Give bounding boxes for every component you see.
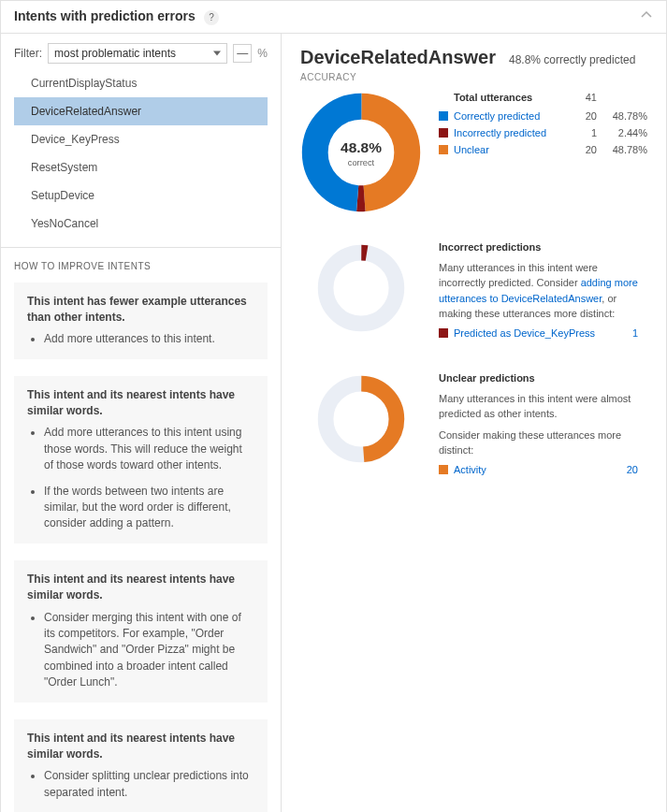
accuracy-label: ACCURACY — [300, 72, 647, 82]
panel-title: Intents with prediction errors — [14, 8, 196, 23]
stat-label[interactable]: Incorrectly predicted — [454, 127, 571, 138]
filter-row: Filter: most problematic intents — % — [14, 43, 268, 64]
intent-item[interactable]: SetupDevice — [14, 181, 268, 210]
howto-card-head: This intent and its nearest intents have… — [27, 731, 254, 763]
accuracy-donut: 48.8% correct — [300, 92, 422, 213]
stat-count: 20 — [571, 110, 597, 122]
incorrect-item: Predicted as Device_KeyPress1 — [439, 327, 647, 339]
stat-count: 1 — [571, 127, 597, 138]
intent-item[interactable]: CurrentDisplayStatus — [14, 69, 268, 97]
incorrect-text: Many utterances in this intent were inco… — [439, 260, 647, 322]
left-column: Filter: most problematic intents — % Cur… — [1, 34, 282, 813]
unclear-text1: Many utterances in this intent were almo… — [439, 391, 647, 422]
total-row: Total utterances 41 — [439, 92, 647, 103]
accuracy-stats: Total utterances 41 Correctly predicted2… — [439, 92, 647, 213]
panel: Intents with prediction errors ? Filter:… — [0, 0, 667, 812]
color-swatch — [439, 128, 448, 138]
filter-label: Filter: — [14, 47, 42, 60]
howto-card: This intent and its nearest intents have… — [14, 719, 268, 812]
stat-label[interactable]: Unclear — [454, 144, 571, 155]
intent-list: CurrentDisplayStatusDeviceRelatedAnswerD… — [14, 69, 268, 238]
howto-bullet: Add more utterances to this intent. — [44, 331, 254, 347]
stat-pct: 48.78% — [606, 144, 647, 155]
filter-select[interactable]: most problematic intents — [48, 43, 227, 64]
filter-clear-button[interactable]: — — [233, 44, 252, 63]
howto-card-head: This intent and its nearest intents have… — [27, 572, 254, 604]
incorrect-item-label[interactable]: Predicted as Device_KeyPress — [454, 327, 612, 339]
filter-section: Filter: most problematic intents — % Cur… — [1, 34, 281, 248]
percent-label: % — [257, 47, 268, 60]
panel-header: Intents with prediction errors ? — [1, 1, 666, 34]
unclear-item: Activity20 — [439, 464, 647, 475]
intent-item[interactable]: DeviceRelatedAnswer — [14, 97, 268, 125]
donut-center-sub: correct — [348, 157, 375, 167]
unclear-text2: Consider making these utterances more di… — [439, 428, 647, 458]
detail-header: DeviceRelatedAnswer 48.8% correctly pred… — [300, 47, 647, 68]
stat-row: Incorrectly predicted12.44% — [439, 127, 647, 138]
howto-bullet: Consider splitting unclear predictions i… — [44, 768, 254, 801]
unclear-title: Unclear predictions — [439, 372, 647, 384]
incorrect-items: Predicted as Device_KeyPress1 — [439, 327, 647, 339]
donut-center-pct: 48.8% — [341, 139, 382, 155]
stat-rows: Correctly predicted2048.78%Incorrectly p… — [439, 110, 647, 155]
unclear-items: Activity20 — [439, 464, 647, 475]
incorrect-title: Incorrect predictions — [439, 241, 647, 253]
svg-point-4 — [326, 253, 397, 324]
intent-item[interactable]: ResetSystem — [14, 153, 268, 181]
howto-bullet: Add more utterances to this intent using… — [44, 425, 254, 473]
incorrect-stats: Incorrect predictions Many utterances in… — [439, 241, 647, 344]
howto-card: This intent and its nearest intents have… — [14, 560, 268, 703]
unclear-section: Unclear predictions Many utterances in t… — [300, 372, 647, 481]
total-count: 41 — [571, 92, 597, 103]
howto-title: HOW TO IMPROVE INTENTS — [14, 261, 268, 271]
howto-bullet: Consider merging this intent with one of… — [44, 610, 254, 691]
stat-row: Correctly predicted2048.78% — [439, 110, 647, 122]
howto-card: This intent has fewer example utterances… — [14, 283, 268, 359]
howto-section: HOW TO IMPROVE INTENTS This intent has f… — [1, 248, 281, 813]
panel-title-group: Intents with prediction errors ? — [14, 8, 219, 25]
howto-card-head: This intent and its nearest intents have… — [27, 387, 254, 420]
stat-row: Unclear2048.78% — [439, 144, 647, 155]
howto-cards: This intent has fewer example utterances… — [14, 283, 268, 813]
panel-body: Filter: most problematic intents — % Cur… — [1, 34, 666, 813]
right-column: DeviceRelatedAnswer 48.8% correctly pred… — [282, 34, 666, 813]
total-label: Total utterances — [454, 92, 571, 103]
incorrect-item-count[interactable]: 1 — [612, 327, 638, 339]
stat-count: 20 — [571, 144, 597, 155]
incorrect-donut — [300, 241, 422, 344]
howto-card-head: This intent has fewer example utterances… — [27, 294, 254, 326]
unclear-item-count[interactable]: 20 — [612, 464, 638, 475]
intent-item[interactable]: YesNoCancel — [14, 210, 268, 238]
incorrect-section: Incorrect predictions Many utterances in… — [300, 241, 647, 344]
svg-point-6 — [326, 384, 397, 455]
detail-title: DeviceRelatedAnswer — [300, 47, 496, 68]
filter-select-value: most problematic intents — [54, 47, 176, 60]
howto-bullet: If the words between two intents are sim… — [44, 484, 254, 532]
unclear-item-label[interactable]: Activity — [454, 464, 612, 475]
unclear-stats: Unclear predictions Many utterances in t… — [439, 372, 647, 481]
accuracy-section: 48.8% correct Total utterances 41 Correc… — [300, 92, 647, 213]
color-swatch — [439, 111, 448, 121]
color-swatch — [439, 145, 448, 154]
stat-pct: 2.44% — [606, 127, 647, 138]
color-swatch — [439, 465, 448, 474]
detail-subtitle: 48.8% correctly predicted — [509, 53, 635, 66]
intent-item[interactable]: Device_KeyPress — [14, 125, 268, 153]
unclear-donut — [300, 372, 422, 481]
stat-pct: 48.78% — [606, 110, 647, 122]
howto-card: This intent and its nearest intents have… — [14, 376, 268, 544]
help-icon[interactable]: ? — [204, 10, 219, 25]
stat-label[interactable]: Correctly predicted — [454, 110, 571, 122]
chevron-up-icon[interactable] — [640, 8, 653, 24]
color-swatch — [439, 328, 448, 338]
